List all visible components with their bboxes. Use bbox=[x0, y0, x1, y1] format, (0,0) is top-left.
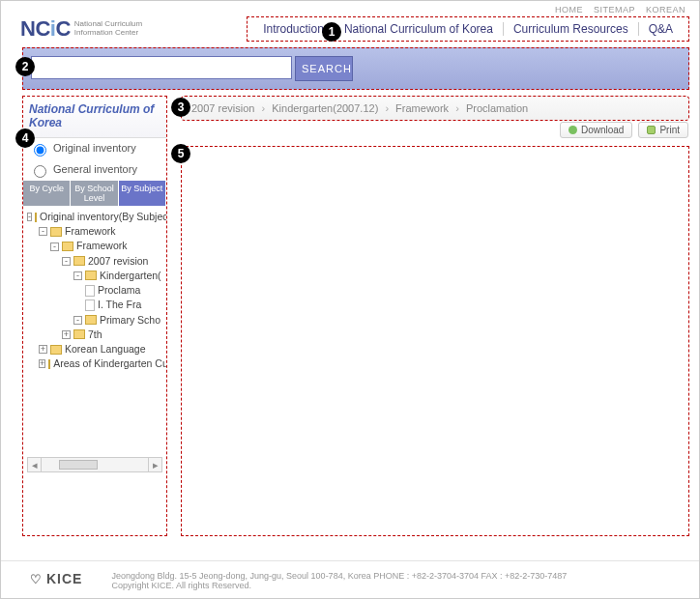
crumb-framework[interactable]: Framework bbox=[395, 102, 449, 114]
breadcrumb: 2007 revision › Kindergarten(2007.12) › … bbox=[181, 96, 689, 121]
logo-part-c: C bbox=[55, 16, 70, 41]
document-icon bbox=[85, 285, 95, 297]
folder-icon bbox=[85, 315, 97, 325]
tree-label: Korean Language bbox=[65, 342, 146, 357]
tree-label: Framework bbox=[76, 239, 128, 253]
app-frame: 1 2 3 4 5 HOME SITEMAP KOREAN NCiC Natio… bbox=[0, 0, 700, 599]
collapse-icon[interactable]: - bbox=[73, 271, 82, 280]
expand-icon[interactable]: + bbox=[62, 330, 71, 339]
nav-curriculum-resources[interactable]: Curriculum Resources bbox=[504, 20, 638, 38]
footer-logo: ♡ KICE bbox=[30, 571, 82, 586]
tree-label: Framework bbox=[65, 224, 116, 239]
tree-areas-kindergarten[interactable]: +Areas of Kindergarten Cu bbox=[27, 357, 164, 371]
callout-5: 5 bbox=[171, 144, 190, 163]
nav-qa[interactable]: Q&A bbox=[639, 20, 683, 38]
footer-copyright: Copyright KICE. All rights Reserved. bbox=[111, 581, 567, 590]
left-tabs: By Cycle By School Level By Subject bbox=[23, 181, 166, 206]
header: NCiC National Curriculum Information Cen… bbox=[1, 16, 699, 43]
logo-sub2: Information Center bbox=[74, 28, 138, 37]
content-area: Download Print bbox=[181, 146, 689, 536]
collapse-icon[interactable]: - bbox=[62, 257, 71, 266]
tree-7th[interactable]: +7th bbox=[27, 328, 164, 342]
callout-4: 4 bbox=[15, 128, 35, 148]
download-icon bbox=[569, 126, 577, 134]
logo-text: NCiC bbox=[20, 16, 71, 42]
scroll-right-icon[interactable]: ▸ bbox=[148, 458, 161, 471]
nav-nck[interactable]: National Curriculum of Korea bbox=[335, 20, 503, 38]
tree-korean-language[interactable]: +Korean Language bbox=[27, 342, 164, 357]
tree-root[interactable]: -Original inventory(By Subject bbox=[27, 210, 164, 224]
tab-by-subject[interactable]: By Subject bbox=[119, 181, 166, 206]
expand-icon[interactable]: + bbox=[39, 359, 45, 368]
logo-part-nc: NC bbox=[20, 16, 50, 41]
chevron-right-icon: › bbox=[385, 102, 389, 114]
tree-proclamation[interactable]: Proclama bbox=[27, 283, 164, 298]
print-icon bbox=[647, 126, 656, 134]
main-nav: Introduction National Curriculum of Kore… bbox=[247, 16, 689, 42]
utility-nav: HOME SITEMAP KOREAN bbox=[1, 1, 699, 16]
print-button[interactable]: Print bbox=[638, 122, 688, 138]
footer: ♡ KICE Jeongdong Bldg. 15-5 Jeong-dong, … bbox=[1, 560, 699, 590]
collapse-icon[interactable]: - bbox=[27, 213, 32, 221]
scroll-thumb[interactable] bbox=[59, 460, 98, 470]
tree-label: Areas of Kindergarten Cu bbox=[53, 357, 166, 371]
folder-icon bbox=[62, 242, 73, 251]
footer-logo-text: KICE bbox=[46, 571, 82, 586]
radio-general-input[interactable] bbox=[34, 165, 46, 178]
heart-icon: ♡ bbox=[30, 572, 43, 586]
folder-icon bbox=[35, 213, 37, 222]
search-button[interactable]: SEARCH bbox=[295, 56, 353, 81]
content-actions: Download Print bbox=[560, 122, 688, 138]
collapse-icon[interactable]: - bbox=[39, 227, 47, 236]
tree-label: Primary Scho bbox=[100, 313, 160, 328]
folder-icon bbox=[85, 271, 97, 280]
right-column: 2007 revision › Kindergarten(2007.12) › … bbox=[181, 96, 689, 536]
folder-icon bbox=[48, 359, 50, 369]
callout-3: 3 bbox=[171, 98, 190, 117]
tab-by-school[interactable]: By School Level bbox=[71, 181, 118, 206]
folder-icon bbox=[50, 345, 62, 355]
download-button[interactable]: Download bbox=[560, 122, 632, 138]
footer-address: Jeongdong Bldg. 15-5 Jeong-dong, Jung-gu… bbox=[111, 571, 567, 581]
folder-icon bbox=[50, 227, 62, 237]
search-bar: SEARCH bbox=[22, 47, 689, 90]
search-input[interactable] bbox=[31, 56, 292, 79]
expand-icon[interactable]: + bbox=[39, 345, 47, 354]
tree-primary-school[interactable]: -Primary Scho bbox=[27, 313, 164, 328]
footer-text: Jeongdong Bldg. 15-5 Jeong-dong, Jung-gu… bbox=[111, 571, 567, 590]
tree-the-framework[interactable]: I. The Fra bbox=[27, 298, 164, 312]
crumb-2007-revision[interactable]: 2007 revision bbox=[191, 102, 254, 114]
radio-original-input[interactable] bbox=[34, 144, 46, 157]
tree-kindergarten[interactable]: -Kindergarten( bbox=[27, 269, 164, 283]
logo-sub1: National Curriculum bbox=[74, 19, 142, 28]
logo-subtitle: National Curriculum Information Center bbox=[74, 20, 142, 38]
crumb-kindergarten[interactable]: Kindergarten(2007.12) bbox=[272, 102, 378, 114]
left-panel: National Curriculum of Korea Original in… bbox=[22, 96, 167, 536]
radio-original-label: Original inventory bbox=[53, 142, 136, 154]
collapse-icon[interactable]: - bbox=[73, 316, 82, 325]
crumb-proclamation[interactable]: Proclamation bbox=[466, 102, 528, 114]
collapse-icon[interactable]: - bbox=[50, 242, 59, 251]
callout-2: 2 bbox=[15, 57, 35, 76]
folder-icon bbox=[73, 256, 85, 266]
horizontal-scrollbar[interactable]: ◂ ▸ bbox=[27, 457, 162, 472]
tree-label: 2007 revision bbox=[88, 254, 148, 269]
tree-framework[interactable]: -Framework bbox=[27, 224, 164, 239]
main-columns: National Curriculum of Korea Original in… bbox=[1, 96, 699, 536]
util-sitemap[interactable]: SITEMAP bbox=[594, 5, 635, 14]
tree-framework-2[interactable]: -Framework bbox=[27, 239, 164, 253]
logo[interactable]: NCiC National Curriculum Information Cen… bbox=[20, 16, 142, 42]
tree-view[interactable]: -Original inventory(By Subject -Framewor… bbox=[23, 206, 166, 453]
radio-general-label: General inventory bbox=[53, 163, 137, 175]
radio-general[interactable]: General inventory bbox=[23, 159, 166, 181]
radio-original[interactable]: Original inventory bbox=[23, 138, 166, 159]
tree-label: Kindergarten( bbox=[100, 269, 161, 283]
tab-by-cycle[interactable]: By Cycle bbox=[23, 181, 71, 206]
scroll-left-icon[interactable]: ◂ bbox=[28, 458, 42, 471]
chevron-right-icon: › bbox=[262, 102, 266, 114]
util-home[interactable]: HOME bbox=[555, 5, 583, 14]
util-korean[interactable]: KOREAN bbox=[646, 5, 685, 14]
tree-2007-revision[interactable]: -2007 revision bbox=[27, 254, 164, 269]
chevron-right-icon: › bbox=[455, 102, 459, 114]
folder-icon bbox=[73, 329, 85, 339]
